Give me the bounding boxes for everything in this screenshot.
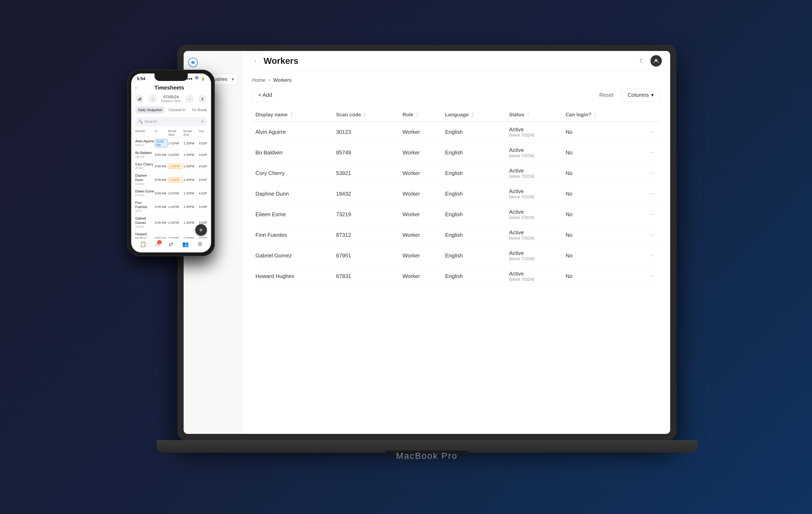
phone-status-right: ●●● 🔋 xyxy=(186,77,205,81)
cell-actions: ⋯ xyxy=(630,204,660,225)
svg-rect-2 xyxy=(140,97,141,101)
break-end: 1:33PM xyxy=(183,205,198,209)
col-menu-icon[interactable]: ⋮ xyxy=(470,112,474,117)
col-menu-icon[interactable]: ⋮ xyxy=(593,112,597,117)
col-menu-icon[interactable]: ⋮ xyxy=(289,112,293,117)
nav-timesheets[interactable]: 📋 xyxy=(140,241,146,247)
list-item[interactable]: Alvin Aguirre #30123 10:00 AM 1:01PM 1:3… xyxy=(135,137,207,149)
cell-role: Worker xyxy=(399,121,442,142)
worker-name: Alvin Aguirre #30123 xyxy=(135,139,154,147)
cell-language: English xyxy=(442,142,506,163)
break-end: 1:33PM xyxy=(183,141,198,145)
cell-display-name: Eileen Esme xyxy=(252,204,333,225)
table-row[interactable]: Cory Cherry 53921 Worker English Active … xyxy=(252,163,660,184)
breadcrumb-home[interactable]: Home xyxy=(252,77,265,83)
nav-settings[interactable]: ⚙ xyxy=(198,241,202,247)
phone-tabs: Daily Snapshot Clocked In On Break Missi… xyxy=(135,105,207,115)
cell-display-name: Alvin Aguirre xyxy=(252,121,333,142)
prev-date-button[interactable]: ‹ xyxy=(148,95,156,103)
phone-search-clear[interactable]: ✕ xyxy=(201,119,204,124)
row-more-button[interactable]: ⋯ xyxy=(646,251,657,260)
cell-actions: ⋯ xyxy=(630,163,660,184)
user-avatar-button[interactable] xyxy=(650,55,662,66)
cell-role: Worker xyxy=(399,204,442,225)
phone-table-header: Worker In Break Start Break End Out xyxy=(135,128,207,137)
columns-chevron-icon: ▾ xyxy=(651,92,654,98)
row-more-button[interactable]: ⋯ xyxy=(646,272,657,281)
cell-display-name: Daphne Dunn xyxy=(252,184,333,204)
cell-display-name: Cory Cherry xyxy=(252,163,333,184)
list-item[interactable]: Cory Cherry #53921 9:59 AM 1:00PM 1:33PM… xyxy=(135,161,207,172)
theme-toggle-button[interactable]: ☾ xyxy=(637,56,647,66)
timesheets-icon: 📋 xyxy=(140,241,146,247)
nav-workers[interactable]: 👥 xyxy=(182,241,189,247)
col-menu-icon[interactable]: ⋮ xyxy=(526,112,530,117)
workers-content: Home > Workers + Add Reset xyxy=(242,71,670,434)
phone-search-bar[interactable]: 🔍 Search ✕ xyxy=(135,117,207,126)
phone-search-input[interactable]: Search xyxy=(145,119,157,124)
laptop-container: 5:54 ●●● 🔋 xyxy=(115,28,697,486)
time-out: 4:02PM xyxy=(199,141,207,145)
row-more-button[interactable]: ⋯ xyxy=(646,189,657,198)
col-status: Status ⋮ xyxy=(506,108,562,121)
table-row[interactable]: Finn Fuentes 87312 Worker English Active… xyxy=(252,225,660,245)
table-row[interactable]: Gabriel Gomez 67951 Worker English Activ… xyxy=(252,245,660,266)
cell-scan-code: 85749 xyxy=(333,142,399,163)
phone-back-button[interactable]: ‹ xyxy=(135,85,137,90)
col-language: Language ⋮ xyxy=(442,108,506,121)
break-end: 1:33PM xyxy=(183,191,198,195)
row-more-button[interactable]: ⋯ xyxy=(646,127,657,136)
timezone-display: Eastern Time xyxy=(161,99,181,103)
row-more-button[interactable]: ⋯ xyxy=(646,231,657,240)
cell-scan-code: 67831 xyxy=(333,266,399,287)
break-end: 1:33PM xyxy=(183,178,198,182)
col-menu-icon[interactable]: ⋮ xyxy=(415,112,419,117)
reset-button[interactable]: Reset xyxy=(594,88,618,102)
next-date-button[interactable]: › xyxy=(185,95,194,103)
nav-alerts[interactable]: ⚠ 3 xyxy=(155,241,160,247)
phone-time: 5:54 xyxy=(137,76,145,81)
add-button[interactable]: + Add xyxy=(252,88,278,102)
list-item[interactable]: Bo Baldwin #85749 9:59 AM 1:01PM 1:33PM … xyxy=(135,149,207,161)
cell-scan-code: 87312 xyxy=(333,225,399,245)
table-row[interactable]: Eileen Esme 73219 Worker English Active … xyxy=(252,204,660,225)
stats-button[interactable] xyxy=(135,95,144,103)
cell-language: English xyxy=(442,121,506,142)
cell-status: Active (since 7/2/24) xyxy=(506,184,562,204)
break-end: 1:33PM xyxy=(183,153,198,157)
breadcrumb: Home > Workers xyxy=(252,77,660,83)
fab-button[interactable]: + xyxy=(195,224,207,236)
tab-daily-snapshot[interactable]: Daily Snapshot xyxy=(135,106,165,114)
breadcrumb-separator: > xyxy=(268,77,271,83)
fab-plus-icon: + xyxy=(199,226,203,234)
add-label: + Add xyxy=(258,92,272,98)
nav-transfers[interactable]: ⇄ xyxy=(169,241,173,247)
cell-status: Active (since 7/2/24) xyxy=(506,245,562,266)
phone-header: ‹ Timesheets xyxy=(135,82,207,93)
table-row[interactable]: Howard Hughes 67831 Worker English Activ… xyxy=(252,266,660,287)
row-more-button[interactable]: ⋯ xyxy=(646,148,657,157)
table-row[interactable]: Daphne Dunn 18432 Worker English Active … xyxy=(252,184,660,204)
row-more-button[interactable]: ⋯ xyxy=(646,168,657,178)
col-menu-icon[interactable]: ⋮ xyxy=(362,112,367,117)
list-item[interactable]: Daphne Dunn #18432 9:59 AM 1:00PM 1:33PM… xyxy=(135,172,207,188)
table-row[interactable]: Alvin Aguirre 30123 Worker English Activ… xyxy=(252,121,660,142)
cell-language: English xyxy=(442,204,506,225)
back-button[interactable]: ‹ xyxy=(250,56,261,66)
tab-on-break[interactable]: On Break xyxy=(189,106,207,114)
row-more-button[interactable]: ⋯ xyxy=(646,210,657,219)
download-button[interactable] xyxy=(198,95,207,103)
time-in: 9:59 AM xyxy=(155,221,167,224)
breadcrumb-current: Workers xyxy=(273,77,292,83)
laptop-screen: Tendrel Industries ▾ ⚙ ‹ xyxy=(183,51,670,434)
tab-clocked-in[interactable]: Clocked In xyxy=(166,106,188,114)
user-icon xyxy=(653,58,659,64)
list-item[interactable]: Eileen Esme #73219 9:59 AM 1:01PM 1:33PM… xyxy=(135,188,207,199)
columns-button[interactable]: Columns ▾ xyxy=(621,88,660,102)
time-out: 4:02PM xyxy=(199,191,207,195)
cell-status: Active (since 7/2/24) xyxy=(506,204,562,225)
list-item[interactable]: Finn Fuentes #87t1 9:59 AM 1:01PM 1:33PM… xyxy=(135,199,207,215)
phone-screen-title: Timesheets xyxy=(154,84,184,91)
phone-frame: 5:54 ●●● 🔋 xyxy=(127,70,215,256)
table-row[interactable]: Bo Baldwin 85749 Worker English Active (… xyxy=(252,142,660,163)
